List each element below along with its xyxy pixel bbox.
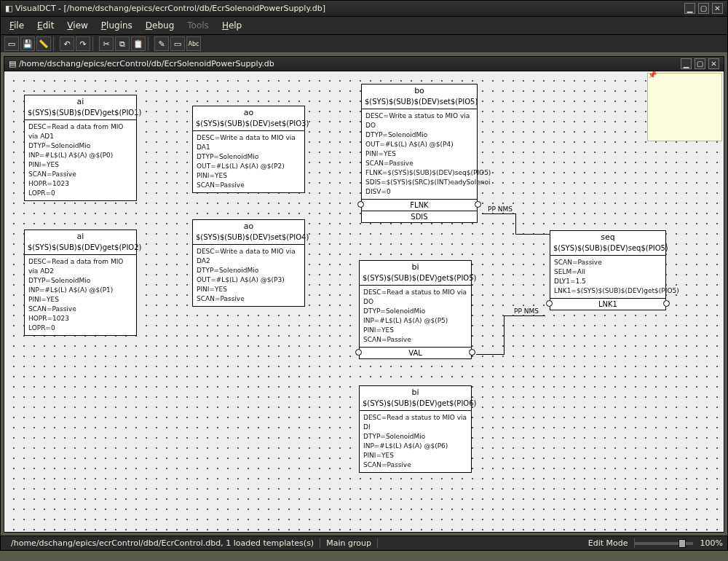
record-name: $(SYS)$(SUB)$(DEV)set$(PIO5) (362, 95, 477, 109)
toolbar-separator (92, 36, 97, 51)
menu-file[interactable]: File (4, 19, 30, 32)
record-fields: DESC=Read a data from MIO via AD2DTYP=So… (25, 255, 136, 335)
record-name: $(SYS)$(SUB)$(DEV)get$(PIO6) (360, 397, 471, 411)
doc-icon: ▤ (9, 59, 16, 68)
save-icon[interactable]: 💾 (20, 36, 35, 51)
undo-icon[interactable]: ↶ (60, 36, 74, 51)
record-fields: DESC=Write a data to MIO via DA2DTYP=Sol… (193, 245, 304, 306)
main-window: ◧ VisualDCT - [/home/dschang/epics/ecrCo… (0, 0, 728, 551)
record-name: $(SYS)$(SUB)$(DEV)set$(PIO3) (193, 117, 304, 131)
record-fields: DESC=Read a data from MIO via AD1DTYP=So… (25, 120, 136, 200)
record-ao1[interactable]: ao $(SYS)$(SUB)$(DEV)set$(PIO3) DESC=Wri… (192, 106, 305, 193)
record-name: $(SYS)$(SUB)$(DEV)get$(PIO1) (25, 106, 136, 120)
record-name: $(SYS)$(SUB)$(DEV)seq$(PIO5) (550, 242, 665, 256)
port-sdis[interactable]: SDIS (362, 211, 477, 222)
wire (504, 315, 545, 316)
rect-icon[interactable]: ▭ (170, 36, 185, 51)
outer-titlebar[interactable]: ◧ VisualDCT - [/home/dschang/epics/ecrCo… (1, 1, 727, 17)
record-name: $(SYS)$(SUB)$(DEV)get$(PIO5) (360, 272, 471, 286)
menu-help[interactable]: Help (216, 19, 248, 32)
record-type: seq (550, 231, 665, 242)
canvas-window: ▤ /home/dschang/epics/ecrControl/db/EcrS… (4, 56, 724, 533)
close-icon[interactable]: ✕ (708, 58, 719, 69)
port-val[interactable]: VAL (360, 347, 471, 358)
status-bar: /home/dschang/epics/ecrControl/dbd/EcrCo… (1, 536, 727, 550)
ruler-icon[interactable]: 📏 (36, 36, 51, 51)
text-label-icon[interactable]: Abc (186, 36, 201, 51)
zoom-slider[interactable] (635, 542, 693, 545)
toolbar-separator (148, 36, 152, 51)
copy-icon[interactable]: ⧉ (115, 36, 130, 51)
record-bi2[interactable]: bi $(SYS)$(SUB)$(DEV)get$(PIO6) DESC=Rea… (359, 385, 472, 473)
wire (476, 354, 504, 355)
close-icon[interactable]: ✕ (712, 3, 723, 14)
record-bo1[interactable]: bo $(SYS)$(SUB)$(DEV)set$(PIO5) DESC=Wri… (361, 84, 478, 223)
menu-view[interactable]: View (61, 19, 93, 32)
minimize-icon[interactable]: ▁ (681, 58, 692, 69)
minimap[interactable]: 📌 (647, 73, 722, 141)
record-type: ai (25, 95, 136, 106)
minimize-icon[interactable]: ▁ (684, 3, 695, 14)
toolbar: ▭ 💾 📏 ↶ ↷ ✂ ⧉ 📋 ✎ ▭ Abc (1, 35, 727, 53)
record-name: $(SYS)$(SUB)$(DEV)set$(PIO4) (193, 231, 304, 245)
wire (515, 234, 550, 235)
menu-edit[interactable]: Edit (31, 19, 60, 32)
record-fields: SCAN=PassiveSELM=AllDLY1=1.5LNK1=$(SYS)$… (550, 256, 665, 298)
link-label: PP NMS (514, 307, 539, 315)
port-lnk1[interactable]: LNK1 (550, 298, 665, 310)
record-ao2[interactable]: ao $(SYS)$(SUB)$(DEV)set$(PIO4) DESC=Wri… (192, 219, 305, 307)
wire (515, 213, 516, 234)
wire (482, 213, 515, 214)
record-type: bi (360, 386, 471, 397)
status-path: /home/dschang/epics/ecrControl/dbd/EcrCo… (5, 538, 320, 548)
record-type: ai (25, 230, 136, 241)
status-group: Main group (320, 538, 378, 548)
record-fields: DESC=Write a data to MIO via DA1DTYP=Sol… (193, 131, 304, 192)
inner-titlebar[interactable]: ▤ /home/dschang/epics/ecrControl/db/EcrS… (4, 57, 724, 71)
draw-icon[interactable]: ✎ (154, 36, 169, 51)
zoom-value: 100% (693, 538, 723, 548)
record-seq1[interactable]: seq $(SYS)$(SUB)$(DEV)seq$(PIO5) SCAN=Pa… (550, 230, 666, 310)
record-name: $(SYS)$(SUB)$(DEV)get$(PIO2) (25, 241, 136, 255)
app-icon: ◧ (5, 4, 12, 13)
record-fields: DESC=Read a status to MIO via DIDTYP=Sol… (360, 411, 471, 472)
record-type: ao (193, 220, 304, 231)
record-bi1[interactable]: bi $(SYS)$(SUB)$(DEV)get$(PIO5) DESC=Rea… (359, 260, 472, 359)
menu-bar: File Edit View Plugins Debug Tools Help (1, 17, 727, 35)
redo-icon[interactable]: ↷ (76, 36, 90, 51)
document-title: /home/dschang/epics/ecrControl/db/EcrSol… (19, 59, 678, 68)
pin-icon: 📌 (648, 71, 657, 79)
new-icon[interactable]: ▭ (4, 36, 19, 51)
canvas[interactable]: 📌 ai $(SYS)$(SUB)$(DEV)get$(PIO1) DESC=R… (4, 71, 724, 532)
cut-icon[interactable]: ✂ (99, 36, 114, 51)
record-fields: DESC=Write a status to MIO via DODTYP=So… (362, 109, 477, 199)
wire (504, 315, 505, 355)
menu-plugins[interactable]: Plugins (95, 19, 138, 32)
link-label: PP NMS (488, 205, 513, 213)
menu-tools[interactable]: Tools (181, 19, 215, 32)
record-type: ao (193, 106, 304, 117)
record-type: bi (360, 261, 471, 272)
window-title: VisualDCT - [/home/dschang/epics/ecrCont… (15, 4, 681, 13)
record-type: bo (362, 85, 477, 95)
toolbar-separator (53, 36, 58, 51)
menu-debug[interactable]: Debug (140, 19, 180, 32)
paste-icon[interactable]: 📋 (131, 36, 146, 51)
status-mode: Edit Mode (582, 538, 635, 548)
record-ai1[interactable]: ai $(SYS)$(SUB)$(DEV)get$(PIO1) DESC=Rea… (24, 95, 137, 201)
record-ai2[interactable]: ai $(SYS)$(SUB)$(DEV)get$(PIO2) DESC=Rea… (24, 230, 137, 336)
maximize-icon[interactable]: ▢ (698, 3, 709, 14)
maximize-icon[interactable]: ▢ (695, 58, 705, 69)
port-flnk[interactable]: FLNK (362, 199, 477, 211)
record-fields: DESC=Read a status to MIO via DODTYP=Sol… (360, 286, 471, 347)
